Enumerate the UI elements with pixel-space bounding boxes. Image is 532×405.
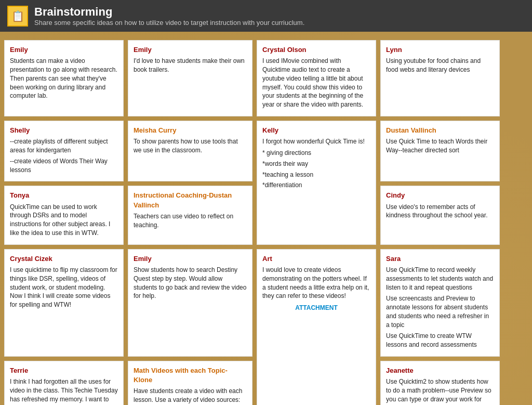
card-author: Shelly <box>10 126 118 135</box>
card-dustan: Dustan Vallinch Use Quick Time to teach … <box>380 121 500 181</box>
card-author: Crystal Cizek <box>10 254 118 264</box>
card-text: Using youtube for food chains and food w… <box>386 57 494 74</box>
card-text: Use QuickTime to record weekly assessmen… <box>386 266 494 292</box>
card-text-4: *teaching a lesson <box>262 171 370 179</box>
card-text-2: * giving directions <box>262 149 370 158</box>
card-crystal-cizek: Crystal Cizek I use quicktime to flip my… <box>4 249 124 357</box>
header-icon: 📋 <box>7 6 28 27</box>
main-grid: Emily Students can make a video presenta… <box>0 37 532 405</box>
card-author: Tonya <box>10 191 118 200</box>
card-author: Art <box>262 254 370 264</box>
card-text-3: *words their way <box>262 160 370 168</box>
card-author: Emily <box>134 254 247 264</box>
card-text: QuickTime can be used to work through DS… <box>10 203 118 238</box>
card-text: I used IMovie combined with Quicktime au… <box>262 57 370 109</box>
card-meisha: Meisha Curry To show parents how to use … <box>128 121 252 181</box>
card-sara: Sara Use QuickTime to record weekly asse… <box>380 249 500 357</box>
card-author: Lynn <box>386 45 494 55</box>
card-author: Sara <box>386 254 494 264</box>
header-text: Brainstorming Share some specific ideas … <box>34 5 304 27</box>
card-author: Emily <box>10 45 118 55</box>
card-art: Art I would love to create videos demons… <box>257 249 376 405</box>
card-text: I forgot how wonderful Quick Time is! <box>262 137 370 146</box>
card-text: I think I had forgotten all the uses for… <box>10 377 118 405</box>
card-kelly: Kelly I forgot how wonderful Quick Time … <box>257 121 376 245</box>
card-cindy: Cindy Use video's to remember acts of ki… <box>380 186 500 244</box>
card-text-2: Use screencasts and Preview to annotate … <box>386 294 494 329</box>
card-text: Use video's to remember acts of kindness… <box>386 203 494 220</box>
card-tonya: Tonya QuickTime can be used to work thro… <box>4 186 124 244</box>
card-text: To show parents how to use tools that we… <box>134 137 247 155</box>
page-title: Brainstorming <box>34 5 304 19</box>
card-lynn: Lynn Using youtube for food chains and f… <box>380 40 500 116</box>
card-author: Emily <box>134 45 247 55</box>
card-text-2: --create videos of Words Their Way lesso… <box>10 157 118 175</box>
card-text: Students can make a video presentation t… <box>10 57 118 100</box>
card-author: Cindy <box>386 191 494 200</box>
card-text: Use Quicktim2 to show students how to do… <box>386 377 494 405</box>
attachment-link[interactable]: ATTACHMENT <box>262 304 370 312</box>
card-shelly: Shelly --create playlists of different s… <box>4 121 124 181</box>
card-math-videos: Math Videos with each Topic- Klone Have … <box>128 361 252 405</box>
card-author: Jeanette <box>386 366 494 375</box>
page-subtitle: Share some specific ideas on how to util… <box>34 19 304 27</box>
card-text: Have students create a video with each l… <box>134 387 247 405</box>
card-author: Math Videos with each Topic- Klone <box>134 366 247 385</box>
card-emily-c2b: Emily Show students how to search Destin… <box>128 249 252 357</box>
card-terrie: Terrie I think I had forgotten all the u… <box>4 361 124 405</box>
card-crystal-olson: Crystal Olson I used IMovie combined wit… <box>257 40 376 116</box>
card-text: I use quicktime to flip my classroom for… <box>10 266 118 309</box>
card-text: I'd love to have students make their own… <box>134 57 247 74</box>
page-header: 📋 Brainstorming Share some specific idea… <box>0 0 532 32</box>
card-instructional: Instructional Coaching-Dustan Vallinch T… <box>128 186 252 244</box>
card-emily-c2: Emily I'd love to have students make the… <box>128 40 252 116</box>
card-text: Use Quick Time to teach Words their Way-… <box>386 137 494 155</box>
card-emily-c1: Emily Students can make a video presenta… <box>4 40 124 116</box>
card-jeanette: Jeanette Use Quicktim2 to show students … <box>380 361 500 405</box>
card-author: Kelly <box>262 126 370 135</box>
card-text: Show students how to search Destiny Ques… <box>134 266 247 301</box>
card-author: Instructional Coaching-Dustan Vallinch <box>134 191 247 210</box>
card-text: I would love to create videos demonstrat… <box>262 266 370 301</box>
card-text: --create playlists of different subject … <box>10 137 118 155</box>
card-text: Teachers can use video to reflect on tea… <box>134 212 247 230</box>
card-text-5: *differentiation <box>262 181 370 190</box>
card-text-3: Use QuickTime to create WTW lessons and … <box>386 332 494 349</box>
notepad-icon: 📋 <box>11 10 24 22</box>
card-author: Terrie <box>10 366 118 375</box>
card-author: Dustan Vallinch <box>386 126 494 135</box>
card-author: Meisha Curry <box>134 126 247 135</box>
card-author: Crystal Olson <box>262 45 370 55</box>
